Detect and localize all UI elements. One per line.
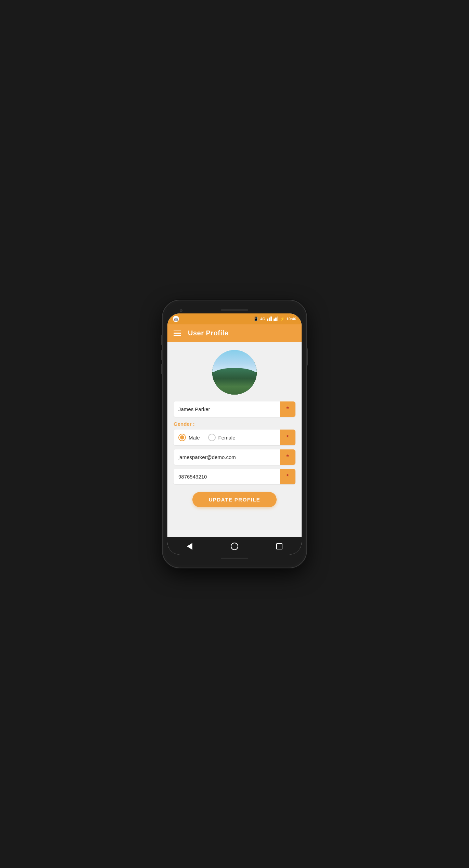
top-notch-area [167,307,302,313]
svg-point-15 [245,362,257,381]
recents-button[interactable] [273,542,286,551]
phone-field-row: * [174,469,295,484]
svg-rect-12 [212,374,221,395]
landscape-svg [212,350,257,395]
female-radio-circle [208,434,216,441]
time-label: 10:46 [287,317,296,321]
update-profile-button[interactable]: UPDATE PROFILE [192,492,277,507]
avatar[interactable] [212,350,257,395]
svg-rect-13 [246,372,257,395]
svg-marker-0 [267,319,268,321]
camera [180,309,182,312]
vibrate-icon: 📳 [253,317,258,321]
email-field-row: * [174,449,295,465]
signal-icon [267,317,272,321]
female-radio-label: Female [218,435,236,441]
gender-field-row: Male Female * [174,430,295,445]
female-radio-option[interactable]: Female [208,434,236,441]
bottom-navigation [167,537,302,555]
email-required-marker: * [280,449,295,465]
hamburger-line-3 [174,335,181,336]
signal-icon-2 [274,317,278,321]
back-icon [187,543,192,550]
android-icon: 🤖 [173,316,179,322]
svg-point-8 [233,355,246,361]
male-radio-label: Male [189,435,200,441]
network-label: 4G [260,317,265,321]
svg-point-11 [221,379,248,387]
male-radio-circle [178,434,186,441]
battery-icon: ⚡ [280,317,285,321]
name-required-marker: * [280,401,295,417]
svg-point-14 [212,365,223,382]
svg-rect-6 [212,350,257,395]
status-right: 📳 4G ⚡ 10:46 [253,317,296,321]
male-radio-inner [180,435,184,439]
hamburger-line-2 [174,333,181,334]
content-area: * Gender : Male [167,342,302,537]
speaker [221,309,248,311]
app-bar: User Profile [167,324,302,342]
svg-marker-1 [269,318,270,321]
gender-required-marker: * [280,430,295,445]
gender-options: Male Female [174,430,280,445]
gender-section-label: Gender : [174,421,195,427]
status-left: 🤖 [173,316,179,322]
back-button[interactable] [183,542,196,551]
svg-marker-10 [212,362,257,395]
phone-required-marker: * [280,469,295,484]
name-input[interactable] [174,401,280,417]
bottom-line [221,558,248,559]
home-button[interactable] [228,542,241,551]
recents-icon [276,543,282,549]
svg-marker-3 [274,319,275,321]
bottom-bar [167,555,302,561]
email-input[interactable] [174,449,280,465]
svg-point-7 [221,356,238,364]
form-area: * Gender : Male [174,401,295,484]
svg-marker-5 [277,317,278,321]
svg-marker-2 [270,317,272,321]
male-radio-option[interactable]: Male [178,434,200,441]
hamburger-line-1 [174,331,181,332]
home-icon [231,543,238,550]
svg-marker-4 [275,318,277,321]
app-title: User Profile [188,329,228,337]
avatar-image [212,350,257,395]
svg-marker-16 [219,374,257,395]
phone-input[interactable] [174,469,280,484]
menu-button[interactable] [174,331,181,336]
phone-device: 🤖 📳 4G ⚡ 10:46 [163,300,306,568]
phone-screen: 🤖 📳 4G ⚡ 10:46 [167,313,302,555]
status-bar: 🤖 📳 4G ⚡ 10:46 [167,313,302,324]
svg-point-9 [241,360,252,364]
name-field-row: * [174,401,295,417]
